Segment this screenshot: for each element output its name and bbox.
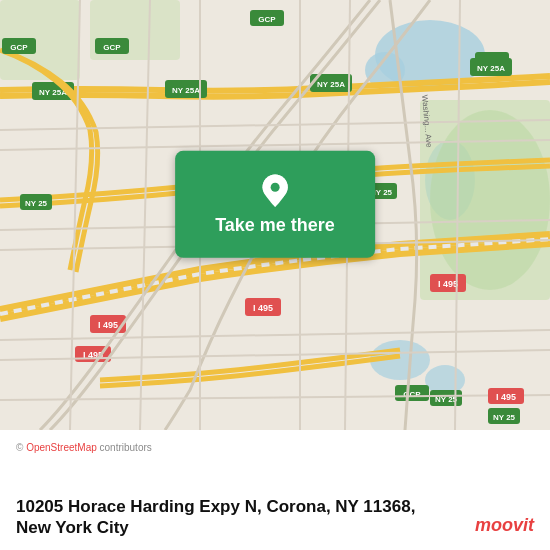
- action-button-container: Take me there: [175, 151, 375, 258]
- app-container: I 495 I 495 I 495 NY 25A NY 25A NY 25A N…: [0, 0, 550, 550]
- moovit-logo: moovit: [475, 515, 534, 536]
- svg-text:I 495: I 495: [98, 320, 118, 330]
- pin-icon: [257, 173, 293, 209]
- openstreetmap-link[interactable]: OpenStreetMap: [26, 442, 97, 453]
- svg-point-62: [270, 183, 279, 192]
- svg-text:GCP: GCP: [258, 15, 276, 24]
- svg-text:GCP: GCP: [103, 43, 121, 52]
- attribution-suffix: contributors: [97, 442, 152, 453]
- svg-text:NY 25A: NY 25A: [317, 80, 345, 89]
- map-attribution: © OpenStreetMap contributors: [16, 442, 534, 453]
- svg-text:I 495: I 495: [496, 392, 516, 402]
- attribution-prefix: ©: [16, 442, 26, 453]
- map-container: I 495 I 495 I 495 NY 25A NY 25A NY 25A N…: [0, 0, 550, 430]
- bottom-panel: © OpenStreetMap contributors 10205 Horac…: [0, 430, 550, 550]
- button-label: Take me there: [215, 215, 335, 236]
- svg-text:NY 25: NY 25: [493, 413, 516, 422]
- svg-text:I 495: I 495: [438, 279, 458, 289]
- svg-text:I 495: I 495: [253, 303, 273, 313]
- svg-text:NY 25: NY 25: [25, 199, 48, 208]
- address-line2: New York City: [16, 518, 534, 538]
- address-line1: 10205 Horace Harding Expy N, Corona, NY …: [16, 496, 534, 518]
- take-me-there-button[interactable]: Take me there: [175, 151, 375, 258]
- svg-point-10: [430, 110, 550, 290]
- svg-text:NY 25A: NY 25A: [477, 64, 505, 73]
- svg-text:GCP: GCP: [10, 43, 28, 52]
- svg-text:NY 25A: NY 25A: [172, 86, 200, 95]
- moovit-brand-text: moovit: [475, 515, 534, 536]
